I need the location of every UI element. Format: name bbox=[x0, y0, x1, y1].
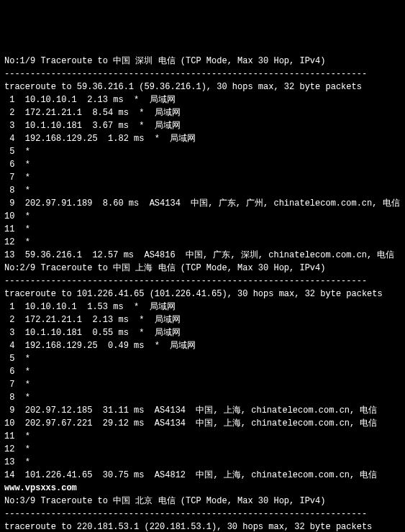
hop-line: 14 101.226.41.65 30.75 ms AS4812 中国, 上海,… bbox=[4, 469, 401, 482]
hop-line: 4 192.168.129.25 1.82 ms * 局域网 bbox=[4, 132, 401, 145]
hop-line: 1 10.10.10.1 1.53 ms * 局域网 bbox=[4, 301, 401, 313]
trace-header: No:3/9 Traceroute to 中国 北京 电信 (TCP Mode,… bbox=[4, 495, 401, 508]
hop-line: 3 10.1.10.181 3.67 ms * 局域网 bbox=[4, 119, 401, 132]
terminal-output: No:1/9 Traceroute to 中国 深圳 电信 (TCP Mode,… bbox=[4, 55, 401, 532]
hop-line: 2 172.21.21.1 8.54 ms * 局域网 bbox=[4, 106, 401, 119]
hop-line: 8 * bbox=[4, 391, 401, 404]
hop-line: 5 * bbox=[4, 145, 401, 158]
trace-header: No:1/9 Traceroute to 中国 深圳 电信 (TCP Mode,… bbox=[4, 55, 401, 68]
divider: ----------------------------------------… bbox=[4, 275, 401, 288]
hop-line: 2 172.21.21.1 2.13 ms * 局域网 bbox=[4, 313, 401, 326]
divider: ----------------------------------------… bbox=[4, 68, 401, 81]
trace-summary: traceroute to 220.181.53.1 (220.181.53.1… bbox=[4, 520, 401, 532]
hop-line: 9 202.97.91.189 8.60 ms AS4134 中国, 广东, 广… bbox=[4, 197, 401, 210]
trace-summary: traceroute to 59.36.216.1 (59.36.216.1),… bbox=[4, 81, 401, 93]
divider: ----------------------------------------… bbox=[4, 508, 401, 520]
hop-line: 11 * bbox=[4, 223, 401, 236]
hop-line: 5 * bbox=[4, 352, 401, 365]
trace-header: No:2/9 Traceroute to 中国 上海 电信 (TCP Mode,… bbox=[4, 262, 401, 275]
hop-line: 4 192.168.129.25 0.49 ms * 局域网 bbox=[4, 339, 401, 352]
hop-line: 10 * bbox=[4, 210, 401, 223]
hop-line: 11 * bbox=[4, 430, 401, 443]
hop-line: 3 10.1.10.181 0.55 ms * 局域网 bbox=[4, 326, 401, 339]
watermark: www.vpsxxs.com bbox=[4, 482, 401, 495]
hop-line: 7 * bbox=[4, 378, 401, 391]
hop-line: 10 202.97.67.221 29.12 ms AS4134 中国, 上海,… bbox=[4, 417, 401, 430]
hop-line: 13 * bbox=[4, 456, 401, 469]
hop-line: 6 * bbox=[4, 158, 401, 171]
hop-line: 1 10.10.10.1 2.13 ms * 局域网 bbox=[4, 93, 401, 106]
hop-line: 7 * bbox=[4, 171, 401, 184]
trace-summary: traceroute to 101.226.41.65 (101.226.41.… bbox=[4, 288, 401, 301]
hop-line: 9 202.97.12.185 31.11 ms AS4134 中国, 上海, … bbox=[4, 404, 401, 417]
hop-line: 8 * bbox=[4, 184, 401, 197]
hop-line: 6 * bbox=[4, 365, 401, 378]
hop-line: 12 * bbox=[4, 443, 401, 456]
hop-line: 12 * bbox=[4, 236, 401, 249]
hop-line: 13 59.36.216.1 12.57 ms AS4816 中国, 广东, 深… bbox=[4, 249, 401, 262]
